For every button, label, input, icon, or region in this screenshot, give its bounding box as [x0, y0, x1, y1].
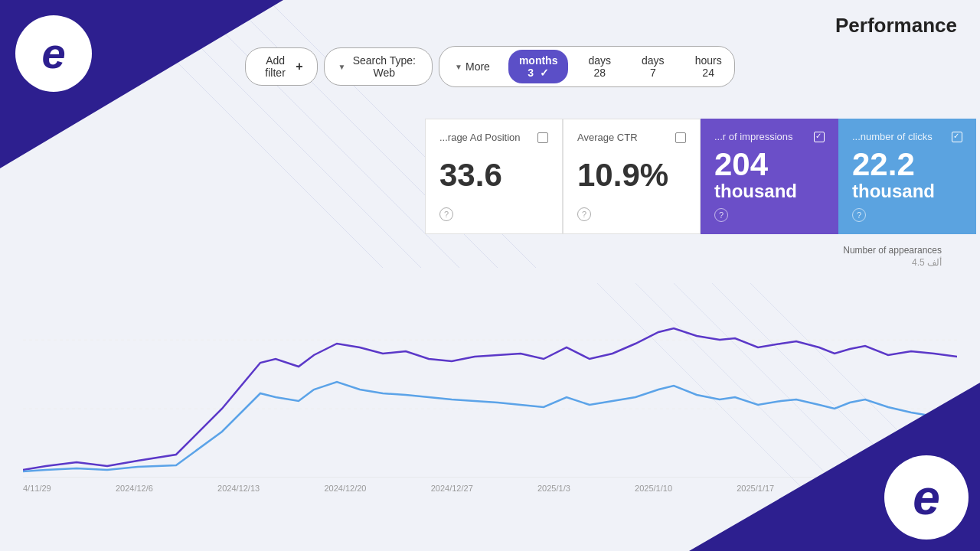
metrics-row: ...rage Ad Position 33.6 ? Average CTR 1…	[425, 119, 976, 234]
metric-value: 33.6	[439, 159, 548, 191]
days-28-button[interactable]: days 28	[577, 50, 622, 83]
add-filter-label: Add filter	[260, 54, 291, 79]
x-label: 2024/12/6	[116, 484, 153, 493]
x-label: 2024/12/27	[431, 484, 473, 493]
metric-value: 204	[714, 148, 825, 181]
toolbar: Add filter + ▼ Search Type: Web ▼ More m…	[245, 46, 735, 87]
metric-header: ...number of clicks	[852, 131, 962, 142]
plus-icon: +	[296, 60, 302, 73]
x-label: 2025/1/17	[737, 484, 774, 493]
metric-checkbox[interactable]	[952, 132, 962, 142]
metric-label: ...r of impressions	[714, 131, 793, 142]
logo-bottom-right: e	[880, 452, 972, 543]
metric-card-ctr: Average CTR 10.9% ?	[563, 119, 701, 234]
hours-24-button[interactable]: hours 24	[684, 50, 733, 83]
chart-y-axis-value: 4.5 ألف	[23, 257, 957, 268]
metric-header: ...rage Ad Position	[439, 132, 548, 143]
metric-footer: ?	[852, 208, 962, 222]
months-3-label: months 3	[519, 54, 558, 79]
logo-top-left: e	[11, 11, 96, 96]
metric-value: 22.2	[852, 148, 962, 181]
more-button[interactable]: ▼ More	[446, 56, 499, 77]
metric-value: 10.9%	[577, 159, 686, 191]
x-label: 4/11/29	[23, 484, 51, 493]
hours-24-label: hours 24	[695, 54, 722, 79]
svg-line-2	[191, 0, 459, 268]
help-icon[interactable]: ?	[577, 207, 591, 221]
x-label: 2024/12/20	[324, 484, 366, 493]
metric-header: Average CTR	[577, 132, 686, 143]
metric-label: ...number of clicks	[852, 131, 933, 142]
metric-card-ad-position: ...rage Ad Position 33.6 ?	[425, 119, 563, 234]
metric-header: ...r of impressions	[714, 131, 825, 142]
metric-unit: thousand	[714, 181, 825, 202]
help-icon[interactable]: ?	[439, 207, 453, 221]
days-7-label: days 7	[642, 54, 665, 79]
x-label: 2025/1/10	[635, 484, 672, 493]
metric-checkbox[interactable]	[814, 132, 825, 142]
metric-checkbox[interactable]	[537, 132, 548, 143]
page-title: Performance	[835, 14, 957, 37]
chart-y-axis-title: Number of appearances	[23, 245, 957, 256]
metric-checkbox[interactable]	[675, 132, 686, 143]
metric-unit: thousand	[852, 181, 962, 202]
help-icon[interactable]: ?	[852, 208, 866, 222]
months-3-button[interactable]: months 3 ✓	[508, 50, 569, 83]
metric-card-impressions: ...r of impressions 204 thousand ?	[701, 119, 838, 234]
metric-footer: ?	[714, 208, 825, 222]
time-filter-group: ▼ More months 3 ✓ days 28 days 7 hours 2…	[439, 46, 735, 87]
metric-label: ...rage Ad Position	[439, 132, 521, 143]
help-icon[interactable]: ?	[714, 208, 728, 222]
x-label: 2024/12/13	[217, 484, 260, 493]
search-type-label: Search Type: Web	[350, 54, 418, 79]
chart-svg-container: 4/11/29 2024/12/6 2024/12/13 2024/12/20 …	[23, 271, 957, 493]
chevron-down-icon: ▼	[338, 63, 346, 71]
days-7-button[interactable]: days 7	[631, 50, 675, 83]
chevron-down-icon: ▼	[455, 63, 462, 71]
add-filter-button[interactable]: Add filter +	[245, 47, 318, 86]
check-icon: ✓	[540, 67, 549, 79]
metric-footer: ?	[439, 207, 548, 221]
metric-label: Average CTR	[577, 132, 638, 143]
more-label: More	[466, 60, 490, 73]
days-28-label: days 28	[588, 54, 611, 79]
x-label: 2025/1/3	[537, 484, 570, 493]
metric-footer: ?	[577, 207, 686, 221]
search-type-button[interactable]: ▼ Search Type: Web	[324, 47, 433, 86]
metric-card-clicks: ...number of clicks 22.2 thousand ?	[838, 119, 976, 234]
